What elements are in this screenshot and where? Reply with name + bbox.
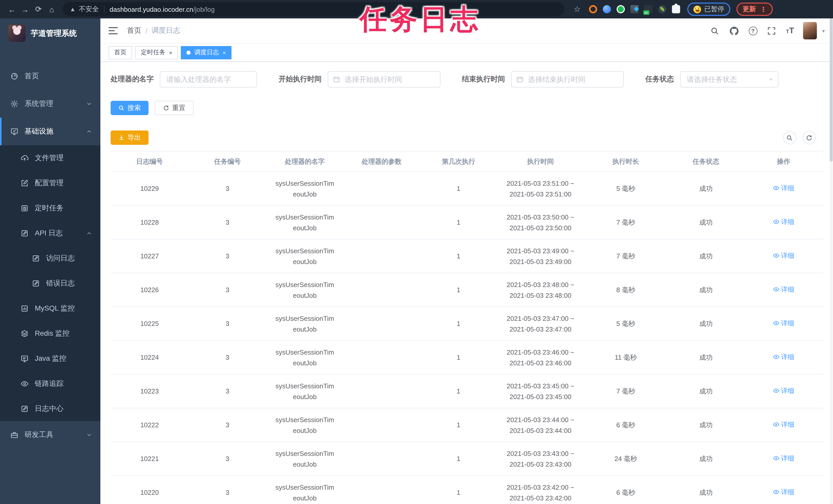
fullscreen-icon[interactable] bbox=[766, 26, 777, 36]
detail-link[interactable]: 详细 bbox=[773, 250, 794, 261]
search-button[interactable]: 搜索 bbox=[111, 101, 148, 115]
cell-handler-param bbox=[343, 476, 420, 504]
chevron-down-icon bbox=[86, 101, 92, 107]
cell-actions[interactable]: 详细 bbox=[744, 205, 823, 239]
cell-actions[interactable]: 详细 bbox=[744, 476, 823, 504]
cell-actions[interactable]: 详细 bbox=[744, 239, 823, 273]
cell-actions[interactable]: 详细 bbox=[744, 341, 823, 374]
security-label[interactable]: 不安全 bbox=[79, 5, 99, 14]
sidebar-item-gear[interactable]: 系统管理 bbox=[0, 90, 100, 118]
search-icon[interactable] bbox=[710, 26, 720, 36]
timer-icon bbox=[21, 204, 29, 212]
sidebar-item-log-edit[interactable]: 日志中心 bbox=[0, 396, 100, 421]
col-duration: 执行时长 bbox=[584, 151, 668, 172]
extension-icon-4[interactable] bbox=[630, 5, 639, 13]
font-size-icon[interactable]: TT bbox=[786, 26, 794, 35]
help-icon[interactable]: ? bbox=[748, 26, 757, 35]
handler-name-input[interactable] bbox=[160, 71, 257, 87]
puzzle-extension-icon[interactable] bbox=[672, 5, 680, 13]
cell-actions[interactable]: 详细 bbox=[744, 273, 823, 307]
extension-icon-1[interactable] bbox=[589, 5, 597, 13]
update-button[interactable]: 更新 ⋮ bbox=[736, 3, 773, 16]
extension-icon-6[interactable] bbox=[658, 5, 666, 13]
cell-actions[interactable]: 详细 bbox=[744, 374, 823, 408]
breadcrumb-home[interactable]: 首页 bbox=[127, 26, 141, 35]
toggle-search-button[interactable] bbox=[783, 131, 796, 144]
reload-icon[interactable]: ⟳ bbox=[32, 3, 45, 16]
sidebar-item-label: 错误日志 bbox=[46, 279, 75, 288]
bookmark-star-icon[interactable]: ☆ bbox=[571, 3, 584, 16]
end-time-input[interactable] bbox=[511, 71, 624, 87]
browser-menu-icon[interactable]: ⋮ bbox=[760, 5, 767, 13]
app-title: 芋道管理系统 bbox=[31, 28, 77, 38]
forward-icon[interactable]: → bbox=[19, 3, 32, 16]
close-icon[interactable]: × bbox=[169, 49, 172, 55]
sidebar-item-chart[interactable]: MySQL 监控 bbox=[0, 296, 100, 321]
cell-exec-time: 2021-05-03 23:45:00 ~2021-05-03 23:45:00 bbox=[497, 374, 584, 408]
annotation-title: 任务日志 bbox=[359, 1, 480, 39]
cell-actions[interactable]: 详细 bbox=[744, 172, 823, 205]
detail-link[interactable]: 详细 bbox=[773, 486, 794, 497]
cell-exec-time: 2021-05-03 23:48:00 ~2021-05-03 23:48:00 bbox=[497, 273, 584, 307]
extension-icon-2[interactable] bbox=[603, 5, 611, 13]
user-avatar[interactable] bbox=[803, 22, 817, 40]
sidebar-item-label: 文件管理 bbox=[35, 153, 64, 162]
detail-link[interactable]: 详细 bbox=[773, 419, 794, 430]
github-icon[interactable] bbox=[729, 26, 739, 36]
cell-actions[interactable]: 详细 bbox=[744, 408, 823, 442]
cell-status: 成功 bbox=[668, 341, 744, 374]
sidebar-item-timer[interactable]: 定时任务 bbox=[0, 196, 100, 221]
export-button[interactable]: 导出 bbox=[111, 130, 148, 145]
paused-badge[interactable]: 已暂停 bbox=[687, 3, 730, 16]
sidebar-item-dashboard[interactable]: 首页 bbox=[0, 62, 100, 90]
col-exec-time: 执行时间 bbox=[497, 151, 584, 172]
detail-link[interactable]: 详细 bbox=[773, 284, 794, 295]
back-icon[interactable]: ← bbox=[5, 3, 19, 16]
table-row: 102263sysUserSessionTimeoutJob12021-05-0… bbox=[111, 273, 823, 307]
sidebar-item-monitor-check[interactable]: 基础设施 bbox=[0, 118, 100, 145]
tag-timed-task[interactable]: 定时任务 × bbox=[135, 46, 178, 59]
cell-actions[interactable]: 详细 bbox=[744, 442, 823, 476]
sidebar-item-layers[interactable]: Redis 监控 bbox=[0, 321, 100, 346]
eye-icon bbox=[21, 379, 29, 387]
start-time-input[interactable] bbox=[328, 71, 441, 87]
detail-link[interactable]: 详细 bbox=[773, 217, 794, 227]
table-row: 102283sysUserSessionTimeoutJob12021-05-0… bbox=[111, 205, 823, 239]
refresh-table-button[interactable] bbox=[802, 131, 815, 144]
gear-icon bbox=[10, 100, 19, 108]
detail-link[interactable]: 详细 bbox=[773, 318, 794, 328]
dashboard-icon bbox=[10, 72, 19, 80]
cell-handler-param bbox=[343, 273, 420, 307]
detail-link[interactable]: 详细 bbox=[773, 352, 794, 362]
cell-actions[interactable]: 详细 bbox=[744, 307, 823, 341]
close-icon[interactable]: × bbox=[222, 49, 226, 55]
start-time-label: 开始执行时间 bbox=[279, 75, 322, 84]
sidebar-item-log-edit[interactable]: 访问日志 bbox=[0, 246, 100, 271]
sidebar-item-toolbox[interactable]: 研发工具 bbox=[0, 421, 100, 449]
avatar-caret-icon[interactable]: ▾ bbox=[822, 28, 825, 33]
tag-home[interactable]: 首页 bbox=[109, 46, 132, 59]
detail-link[interactable]: 详细 bbox=[773, 453, 794, 463]
active-dot bbox=[187, 50, 191, 54]
cell-status: 成功 bbox=[668, 239, 744, 273]
home-icon[interactable]: ⌂ bbox=[45, 3, 58, 16]
extension-icon-3[interactable] bbox=[617, 5, 625, 13]
sidebar-item-eye[interactable]: 链路追踪 bbox=[0, 371, 100, 396]
sidebar-item-monitor[interactable]: Java 监控 bbox=[0, 346, 100, 371]
sidebar-item-edit[interactable]: 配置管理 bbox=[0, 170, 100, 196]
sidebar-item-log-edit[interactable]: API 日志 bbox=[0, 221, 100, 246]
job-status-select[interactable] bbox=[680, 71, 779, 87]
detail-link[interactable]: 详细 bbox=[773, 385, 794, 396]
calendar-icon bbox=[333, 76, 340, 83]
detail-link[interactable]: 详细 bbox=[773, 183, 794, 194]
tag-job-log[interactable]: 调度日志 × bbox=[181, 46, 232, 59]
hamburger-icon[interactable] bbox=[109, 27, 118, 34]
address-bar[interactable]: ▲ 不安全 dashboard.yudao.iocoder.cn/job/log bbox=[63, 2, 564, 16]
logo-row[interactable]: 芋道管理系统 bbox=[0, 19, 100, 48]
extension-icon-5[interactable] bbox=[644, 5, 652, 13]
scrollbar-thumb[interactable] bbox=[829, 19, 832, 162]
reset-button[interactable]: 重置 bbox=[155, 101, 194, 115]
sidebar-item-cloud-upload[interactable]: 文件管理 bbox=[0, 145, 100, 170]
sidebar-item-log-edit[interactable]: 错误日志 bbox=[0, 271, 100, 296]
page-scrollbar[interactable] bbox=[829, 19, 832, 504]
